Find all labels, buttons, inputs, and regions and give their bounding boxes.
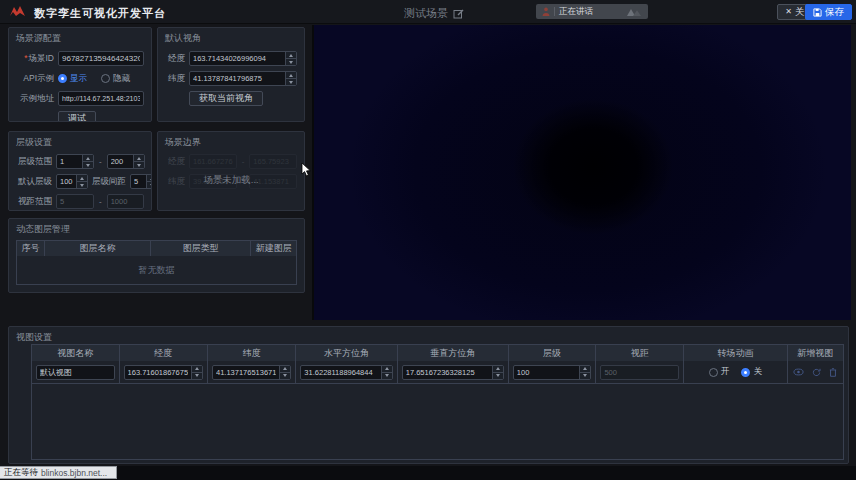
default-view-title: 默认视角 bbox=[158, 28, 304, 46]
speaker-person-icon bbox=[542, 7, 550, 16]
refresh-icon[interactable] bbox=[812, 368, 821, 377]
layer-manager-title: 动态图层管理 bbox=[9, 219, 304, 237]
col-view-name: 视图名称 bbox=[32, 345, 120, 361]
view-settings-title: 视图设置 bbox=[9, 327, 848, 345]
view-level-input[interactable] bbox=[514, 366, 580, 379]
range-separator: - bbox=[98, 197, 103, 206]
bounds-lng-label: 经度 bbox=[165, 156, 185, 168]
status-prefix: 正在等待 bbox=[4, 467, 38, 479]
radio-dot-selected bbox=[741, 368, 750, 377]
delete-icon[interactable] bbox=[829, 368, 837, 377]
waveform-icon bbox=[626, 7, 642, 16]
stepper[interactable] bbox=[492, 366, 503, 379]
row-actions bbox=[792, 368, 839, 377]
anim-off-label: 关 bbox=[753, 366, 762, 378]
stepper[interactable] bbox=[579, 366, 590, 379]
scene-id-label: *场景ID bbox=[16, 53, 54, 65]
layer-table-empty: 暂无数据 bbox=[17, 256, 296, 284]
radio-api-show[interactable]: 显示 bbox=[58, 73, 87, 85]
stepper[interactable] bbox=[285, 72, 296, 85]
speaking-banner: 正在讲话 bbox=[536, 4, 648, 19]
stepper[interactable] bbox=[279, 366, 290, 379]
level-spacing-input[interactable] bbox=[131, 175, 146, 188]
col-layer-name: 图层名称 bbox=[45, 241, 151, 256]
scene-id-input[interactable] bbox=[59, 52, 143, 65]
default-level-input[interactable] bbox=[57, 175, 76, 188]
stepper[interactable] bbox=[285, 52, 296, 65]
api-example-label: API示例 bbox=[16, 73, 54, 85]
bounds-lng-min-input bbox=[190, 155, 236, 168]
level-settings-title: 层级设置 bbox=[9, 132, 151, 150]
col-layer-type: 图层类型 bbox=[151, 241, 251, 256]
col-level: 层级 bbox=[509, 345, 597, 361]
range-separator: - bbox=[241, 157, 246, 166]
layer-table: 序号 图层名称 图层类型 新建图层 暂无数据 bbox=[16, 240, 297, 285]
scene-3d-viewport[interactable] bbox=[312, 25, 851, 320]
save-button[interactable]: 保存 bbox=[805, 4, 852, 20]
stepper[interactable] bbox=[76, 175, 87, 188]
stepper[interactable] bbox=[381, 366, 392, 379]
bounds-lng-max-input bbox=[250, 155, 296, 168]
top-header: 数字孪生可视化开发平台 测试场景 正在讲话 ✕ 关闭 保存 bbox=[0, 0, 856, 24]
col-lat: 纬度 bbox=[208, 345, 296, 361]
stepper[interactable] bbox=[133, 155, 144, 168]
status-host: blinkos.bjbn.net... bbox=[41, 468, 107, 478]
pill-divider bbox=[554, 7, 555, 16]
view-lat-input[interactable] bbox=[213, 366, 279, 379]
default-lat-input[interactable] bbox=[190, 72, 285, 85]
scene-bounds-panel: 场景边界 经度 - 纬度 - 场景未加载... bbox=[157, 131, 305, 211]
view-distance-min-input bbox=[57, 195, 93, 208]
radio-hide-label: 隐藏 bbox=[113, 73, 130, 85]
col-h-azimuth: 水平方位角 bbox=[296, 345, 397, 361]
close-icon: ✕ bbox=[785, 8, 792, 16]
view-distance-max-input bbox=[108, 195, 143, 208]
view-settings-panel: 视图设置 视图名称 经度 纬度 水平方位角 垂直方位角 层级 视距 转场动画 新… bbox=[8, 326, 849, 464]
view-distance-input bbox=[601, 366, 678, 379]
speaking-text: 正在讲话 bbox=[559, 6, 593, 18]
col-lng: 经度 bbox=[120, 345, 208, 361]
scene-name-group: 测试场景 bbox=[404, 6, 464, 21]
lng-label: 经度 bbox=[165, 53, 185, 65]
radio-anim-off[interactable]: 关 bbox=[741, 366, 762, 378]
edit-icon[interactable] bbox=[453, 8, 464, 19]
view-table-row: 开 关 bbox=[32, 361, 843, 384]
new-layer-link[interactable]: 新建图层 bbox=[251, 241, 296, 256]
layer-manager-panel: 动态图层管理 序号 图层名称 图层类型 新建图层 暂无数据 bbox=[8, 218, 305, 293]
view-v-azimuth-input[interactable] bbox=[403, 366, 492, 379]
debug-button[interactable]: 调试 bbox=[58, 111, 96, 122]
default-lng-input[interactable] bbox=[190, 52, 285, 65]
view-h-azimuth-input[interactable] bbox=[301, 366, 380, 379]
browser-status-bar: 正在等待 blinkos.bjbn.net... bbox=[0, 466, 117, 479]
get-current-view-button[interactable]: 获取当前视角 bbox=[189, 91, 263, 106]
stepper[interactable] bbox=[146, 175, 152, 188]
default-view-panel: 默认视角 经度 纬度 获取当前视角 bbox=[157, 27, 305, 122]
view-name-input[interactable] bbox=[37, 366, 114, 379]
radio-show-label: 显示 bbox=[70, 73, 87, 85]
radio-dot-selected bbox=[58, 74, 67, 83]
view-table: 视图名称 经度 纬度 水平方位角 垂直方位角 层级 视距 转场动画 新增视图 开 bbox=[31, 344, 844, 460]
radio-api-hide[interactable]: 隐藏 bbox=[101, 73, 130, 85]
example-url-input[interactable] bbox=[59, 92, 143, 105]
stepper[interactable] bbox=[191, 366, 202, 379]
page-bottom-strip bbox=[0, 466, 856, 480]
stepper[interactable] bbox=[82, 155, 93, 168]
required-mark: * bbox=[24, 53, 27, 63]
level-min-input[interactable] bbox=[57, 155, 82, 168]
col-distance: 视距 bbox=[596, 345, 684, 361]
level-max-input[interactable] bbox=[108, 155, 133, 168]
save-icon bbox=[813, 8, 822, 17]
save-label: 保存 bbox=[825, 6, 844, 19]
scene-not-loaded-text: 场景未加载... bbox=[158, 174, 304, 187]
layer-table-header: 序号 图层名称 图层类型 新建图层 bbox=[17, 241, 296, 256]
new-view-link[interactable]: 新增视图 bbox=[788, 345, 843, 361]
anim-on-label: 开 bbox=[721, 366, 730, 378]
locate-eye-icon[interactable] bbox=[793, 368, 804, 376]
scene-bounds-title: 场景边界 bbox=[158, 132, 304, 150]
col-index: 序号 bbox=[17, 241, 45, 256]
view-lng-input[interactable] bbox=[125, 366, 191, 379]
example-url-label: 示例地址 bbox=[16, 93, 54, 105]
mouse-cursor bbox=[301, 163, 313, 177]
app-logo-icon bbox=[9, 5, 26, 18]
radio-anim-on[interactable]: 开 bbox=[709, 366, 730, 378]
scene-source-title: 场景源配置 bbox=[9, 28, 151, 46]
